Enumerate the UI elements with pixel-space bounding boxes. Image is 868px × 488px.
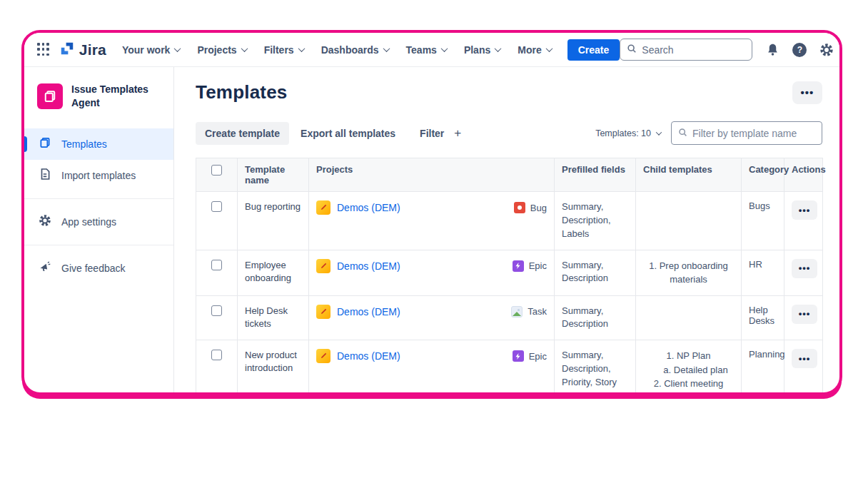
page-title: Templates [196,81,287,103]
gear-icon [39,214,51,229]
prefilled-fields: Summary, Description, Priority, Story Po… [555,340,636,395]
megaphone-icon [39,260,51,275]
sidebar-divider [24,245,173,245]
app-window: Jira Your work Projects Filters Dashboar… [21,30,842,395]
project-link[interactable]: Demos (DEM) [337,350,400,362]
prefilled-fields: Summary, Description [555,250,636,295]
chevron-down-icon [495,45,502,52]
page-more-button[interactable]: ••• [792,81,822,104]
filter-button[interactable]: Filter [413,122,445,145]
sidebar-item-app-settings[interactable]: App settings [24,206,173,238]
col-header-category: Category [742,158,784,192]
row-actions-button[interactable]: ••• [792,259,817,278]
template-filter-input[interactable] [692,128,815,139]
project-link[interactable]: Demos (DEM) [337,202,400,213]
row-actions-button[interactable]: ••• [792,305,817,324]
category: HR [742,250,784,295]
row-checkbox[interactable] [211,260,222,270]
issue-templates-agent-logo [37,83,63,109]
global-search[interactable] [620,39,752,61]
row-checkbox[interactable] [211,305,222,316]
templates-table: Template name Projects Prefilled fields … [196,158,823,395]
sidebar: Issue Templates Agent Templates [24,67,174,395]
project-avatar [316,259,330,273]
jira-wordmark: Jira [79,41,106,59]
template-name: Bug reporting [245,201,301,212]
top-nav: Jira Your work Projects Filters Dashboar… [24,33,839,67]
jira-logo[interactable]: Jira [59,41,106,59]
child-templates [636,295,742,340]
col-header-prefilled-fields: Prefilled fields [555,158,636,192]
app-header: Issue Templates Agent [24,80,173,120]
template-name: Help Desk tickets [245,305,288,329]
issue-type-label: Task [528,306,547,317]
sidebar-item-templates[interactable]: Templates [24,128,173,160]
template-filter-box[interactable] [671,121,822,145]
create-button[interactable]: Create [567,39,620,61]
table-row: Employee onboarding Demos (DEM) Epic Sum… [196,250,823,295]
sidebar-item-give-feedback[interactable]: Give feedback [24,253,173,284]
jira-logo-icon [59,41,75,59]
bug-icon [514,202,525,213]
chevron-down-icon [383,45,390,52]
nav-item-dashboards[interactable]: Dashboards [321,44,389,56]
sidebar-item-import-templates[interactable]: Import templates [24,160,173,191]
template-name: Employee onboarding [245,260,291,283]
table-row: Help Desk tickets Demos (DEM) Task Summa… [196,295,823,340]
table-row: New product introduction Demos (DEM) Epi… [196,340,823,395]
select-all-checkbox[interactable] [211,165,222,176]
search-icon [678,127,687,140]
templates-icon [39,136,51,151]
sidebar-item-label: Import templates [61,170,136,181]
category: Bugs [742,192,784,250]
nav-item-your-work[interactable]: Your work [122,44,180,56]
project-link[interactable]: Demos (DEM) [337,260,400,272]
col-header-projects: Projects [309,158,555,192]
template-name: New product introduction [245,350,297,373]
project-avatar [316,200,330,215]
sidebar-divider [24,198,173,199]
row-actions-button[interactable]: ••• [792,200,817,220]
chevron-down-icon [241,45,248,52]
project-link[interactable]: Demos (DEM) [337,306,400,317]
issue-type-label: Epic [529,260,547,271]
row-actions-button[interactable]: ••• [792,349,817,368]
main-content: Templates ••• Create template Export all… [174,67,839,395]
child-templates: 1. Prep onboarding materials [636,250,742,295]
template-table-body: Bug reporting Demos (DEM) Bug Summary, D… [196,192,823,395]
nav-item-projects[interactable]: Projects [197,44,246,56]
export-all-templates-button[interactable]: Export all templates [293,122,403,145]
issue-type-label: Bug [530,203,547,213]
nav-item-filters[interactable]: Filters [264,44,304,56]
notifications-icon[interactable] [764,41,781,59]
add-filter-icon[interactable]: + [454,126,461,141]
row-checkbox[interactable] [211,201,222,212]
nav-item-teams[interactable]: Teams [406,44,447,56]
col-header-child-templates: Child templates [636,158,742,192]
create-template-button[interactable]: Create template [196,122,289,145]
help-icon[interactable]: ? [792,43,807,57]
epic-icon [513,260,524,272]
project-avatar [316,349,330,363]
category: Help Desks [742,295,784,340]
app-switcher-icon[interactable] [37,43,49,56]
category: Planning [742,340,784,395]
import-document-icon [39,168,51,183]
chevron-down-icon [545,45,552,52]
chevron-down-icon [174,45,181,52]
col-header-template-name: Template name [238,158,309,192]
sidebar-menu: Templates Import templates [24,128,173,284]
nav-item-more[interactable]: More [518,44,551,56]
table-header-row: Template name Projects Prefilled fields … [196,158,823,192]
prefilled-fields: Summary, Description, Labels [555,192,636,250]
templates-count-dropdown[interactable]: Templates: 10 [595,128,661,138]
search-input[interactable] [642,44,745,56]
sidebar-item-label: Give feedback [61,263,126,274]
selected-indicator [24,136,27,152]
row-checkbox[interactable] [211,350,222,360]
settings-icon[interactable] [818,41,835,59]
toolbar: Create template Export all templates Fil… [196,121,822,145]
nav-item-plans[interactable]: Plans [464,44,500,56]
task-icon [511,306,523,317]
col-header-actions: Actions [784,158,823,192]
